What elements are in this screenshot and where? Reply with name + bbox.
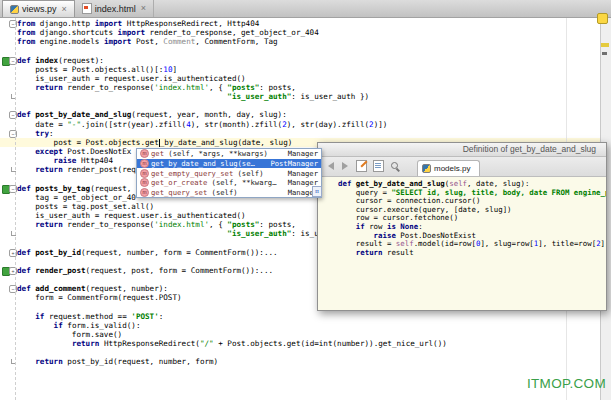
definition-popup-title: Definition of get_by_date_and_slug — [318, 143, 606, 157]
html-file-icon — [82, 3, 92, 14]
fold-marker[interactable]: − — [9, 130, 17, 138]
token — [17, 83, 35, 92]
fold-marker[interactable]: − — [9, 20, 17, 28]
sort-relevance-icon[interactable]: π — [312, 186, 322, 197]
close-icon[interactable]: × — [141, 4, 146, 13]
token: .model(id=row[ — [414, 239, 476, 248]
method-icon: m — [140, 149, 149, 158]
view-source-icon[interactable] — [373, 160, 384, 172]
token: (request, — [90, 184, 136, 193]
fold-marker[interactable]: − — [9, 57, 17, 65]
code-line: if form.is_valid(): — [0, 321, 600, 330]
token: form.is_valid(): — [63, 321, 141, 330]
token: , CommentForm, Tag — [195, 37, 277, 46]
token: .join([str(year).zfill( — [81, 120, 186, 129]
definition-toolbar: models.py — [318, 157, 606, 177]
token: import — [118, 28, 145, 37]
forward-icon[interactable] — [339, 161, 350, 172]
completion-name: get_by_date_and_slug — [151, 159, 238, 168]
token: return — [35, 357, 62, 366]
token: )]) — [374, 120, 388, 129]
tab-label: views.py — [22, 4, 57, 14]
fold-marker[interactable] — [11, 359, 16, 364]
token: 'index.html' — [154, 83, 209, 92]
token: def — [17, 284, 31, 293]
token: posts = Post.objects.all()[: — [17, 65, 163, 74]
fold-marker[interactable] — [11, 167, 16, 172]
inspection-status-icon[interactable] — [597, 13, 608, 24]
token: except — [35, 147, 62, 156]
token: _by_date_and_slug(date, slug) — [160, 138, 293, 147]
completion-item[interactable]: mget_query_set (self)Manager — [137, 188, 321, 198]
token: return — [72, 339, 99, 348]
fold-marker[interactable]: − — [9, 285, 17, 293]
fold-marker[interactable] — [11, 94, 16, 99]
token: is_user_auth = request.user.is_authentic… — [17, 74, 246, 83]
token: HttpResponseRedirect( — [99, 339, 200, 348]
token: form.save() — [17, 330, 122, 339]
token: engine.models — [35, 37, 104, 46]
fold-marker[interactable]: − — [9, 185, 17, 193]
code-line: return render_to_response('index.html', … — [0, 83, 600, 92]
token — [338, 248, 356, 257]
token: raise — [54, 156, 77, 165]
tab-index-html[interactable]: index.html × — [75, 0, 154, 17]
code-line: return HttpResponseRedirect("/" + Post.o… — [0, 339, 600, 348]
fold-marker[interactable] — [11, 231, 16, 236]
fold-marker[interactable]: − — [9, 111, 17, 119]
token: return — [35, 83, 62, 92]
completion-name: get — [151, 149, 164, 158]
find-icon[interactable] — [390, 161, 401, 172]
edit-source-icon[interactable] — [356, 160, 367, 172]
completion-item[interactable]: mget_by_date_and_slug(se…PostManager — [137, 159, 321, 169]
code-line: −def index(request): — [0, 56, 600, 65]
token — [17, 129, 35, 138]
token: from — [17, 19, 35, 28]
token: request.method == — [44, 312, 131, 321]
code-line: form.save() — [0, 330, 600, 339]
fold-marker[interactable]: + — [9, 267, 17, 275]
token: , { — [209, 220, 227, 229]
completion-item[interactable]: mget_empty_query_set (self)Manager — [137, 168, 321, 178]
code-line — [0, 46, 600, 55]
token: : is_user_auth }) — [291, 92, 369, 101]
tab-views-py[interactable]: views.py × — [2, 0, 75, 17]
token — [17, 92, 227, 101]
token: : posts, — [259, 83, 296, 92]
stripe-marker[interactable] — [601, 43, 609, 47]
completion-type: Manager — [288, 169, 318, 178]
token: def — [17, 110, 31, 119]
completion-signature: (self, *args, **kwargs) — [164, 149, 268, 158]
code-line: date = "-".join([str(year).zfill(4), str… — [0, 120, 600, 129]
token — [17, 156, 54, 165]
token: (request, number, form = CommentForm()):… — [81, 248, 278, 257]
token — [17, 220, 35, 229]
token: ), str(month).zfill( — [191, 120, 282, 129]
code-line: return post_by_id(request, number, form) — [0, 357, 600, 366]
stripe-marker[interactable] — [602, 52, 607, 55]
token — [17, 357, 35, 366]
watermark: ITMOP.COM — [527, 376, 606, 391]
method-icon: m — [140, 169, 149, 178]
token — [17, 147, 35, 156]
token: add_comment — [35, 284, 85, 293]
token: HttpResponseRedirect, Http404 — [122, 19, 259, 28]
token: render_to_response( — [63, 83, 154, 92]
close-icon[interactable]: × — [62, 5, 67, 14]
back-icon[interactable] — [322, 161, 333, 172]
definition-file-name: models.py — [434, 164, 470, 173]
token: form = CommentForm(request.POST) — [17, 293, 182, 302]
completion-item[interactable]: mget (self, *args, **kwargs)Manager — [137, 149, 321, 159]
token: render_to_response, get_object_or_404 — [145, 28, 319, 37]
token: (request, year, month, day, slug): — [131, 110, 286, 119]
token: "posts" — [227, 83, 259, 92]
completion-item[interactable]: mget_or_create (self, **kwarg…Manager — [137, 178, 321, 188]
fold-marker[interactable]: + — [9, 249, 17, 257]
definition-toolbar-icons — [318, 158, 403, 176]
token: post = Post.objects.get — [17, 138, 159, 147]
token: : — [159, 312, 164, 321]
token: + Post.objects.get(id=int(number)).get_n… — [214, 339, 447, 348]
token: tag = get_object_or_40 — [17, 193, 136, 202]
definition-file-tab[interactable]: models.py — [417, 160, 480, 176]
completion-type: PostManager — [270, 159, 318, 168]
